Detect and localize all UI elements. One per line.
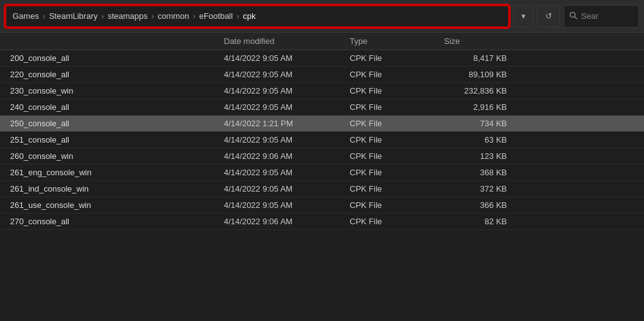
search-icon (569, 11, 577, 21)
file-date: 4/14/2022 9:06 AM (224, 151, 350, 161)
table-row[interactable]: 240_console_all4/14/2022 9:05 AMCPK File… (0, 99, 644, 116)
file-size: 63 KB (444, 135, 519, 144)
file-name: 261_eng_console_win (10, 168, 224, 177)
file-date: 4/14/2022 1:21 PM (224, 119, 350, 128)
header-size[interactable]: Size (444, 36, 519, 46)
file-name: 240_console_all (10, 102, 224, 112)
toolbar: Games › SteamLibrary › steamapps › commo… (0, 0, 644, 33)
file-type: CPK File (350, 217, 444, 226)
file-size: 2,916 KB (444, 102, 519, 112)
sep-4: › (193, 12, 196, 21)
file-name: 200_console_all (10, 53, 224, 63)
file-size: 232,836 KB (444, 86, 519, 95)
file-size: 8,417 KB (444, 53, 519, 63)
file-date: 4/14/2022 9:05 AM (224, 200, 350, 210)
sep-5: › (236, 12, 239, 21)
file-type: CPK File (350, 168, 444, 177)
breadcrumb-steamapps[interactable]: steamapps (108, 11, 148, 21)
table-row[interactable]: 261_eng_console_win4/14/2022 9:05 AMCPK … (0, 165, 644, 181)
search-box[interactable]: Sear (564, 5, 639, 28)
refresh-button[interactable]: ↺ (537, 5, 560, 28)
search-label: Sear (581, 11, 598, 21)
file-date: 4/14/2022 9:05 AM (224, 102, 350, 112)
file-name: 251_console_all (10, 135, 224, 144)
breadcrumb-cpk[interactable]: cpk (243, 11, 255, 21)
file-type: CPK File (350, 102, 444, 112)
file-size: 368 KB (444, 168, 519, 177)
file-size: 366 KB (444, 200, 519, 210)
svg-line-1 (575, 16, 577, 19)
file-date: 4/14/2022 9:05 AM (224, 184, 350, 193)
table-row[interactable]: 230_console_win4/14/2022 9:05 AMCPK File… (0, 83, 644, 99)
file-name: 250_console_all (10, 119, 224, 128)
file-size: 734 KB (444, 119, 519, 128)
file-date: 4/14/2022 9:05 AM (224, 135, 350, 144)
file-date: 4/14/2022 9:05 AM (224, 86, 350, 95)
breadcrumb-efootball[interactable]: eFootball (199, 11, 233, 21)
table-row[interactable]: 261_ind_console_win4/14/2022 9:05 AMCPK … (0, 181, 644, 197)
table-row[interactable]: 260_console_win4/14/2022 9:06 AMCPK File… (0, 148, 644, 165)
file-date: 4/14/2022 9:05 AM (224, 70, 350, 79)
file-type: CPK File (350, 200, 444, 210)
file-size: 372 KB (444, 184, 519, 193)
table-row[interactable]: 250_console_all4/14/2022 1:21 PMCPK File… (0, 116, 644, 132)
file-name: 261_ind_console_win (10, 184, 224, 193)
breadcrumb-container: Games › SteamLibrary › steamapps › commo… (5, 5, 509, 28)
file-name: 260_console_win (10, 151, 224, 161)
header-extra (519, 36, 644, 46)
breadcrumb-games[interactable]: Games (13, 11, 39, 21)
chevron-down-icon: ▾ (521, 11, 526, 21)
file-type: CPK File (350, 86, 444, 95)
file-name: 220_console_all (10, 70, 224, 79)
sep-3: › (152, 12, 154, 21)
file-type: CPK File (350, 151, 444, 161)
breadcrumb-bar[interactable]: Games › SteamLibrary › steamapps › commo… (5, 5, 509, 28)
file-type: CPK File (350, 135, 444, 144)
table-row[interactable]: 220_console_all4/14/2022 9:05 AMCPK File… (0, 67, 644, 83)
breadcrumb-dropdown-button[interactable]: ▾ (513, 5, 533, 28)
table-row[interactable]: 200_console_all4/14/2022 9:05 AMCPK File… (0, 50, 644, 67)
file-type: CPK File (350, 119, 444, 128)
breadcrumb-common[interactable]: common (158, 11, 189, 21)
file-list: 200_console_all4/14/2022 9:05 AMCPK File… (0, 50, 644, 316)
header-type[interactable]: Type (350, 36, 444, 46)
file-list-header: Date modified Type Size (0, 33, 644, 50)
file-type: CPK File (350, 53, 444, 63)
file-date: 4/14/2022 9:05 AM (224, 168, 350, 177)
file-name: 261_use_console_win (10, 200, 224, 210)
sep-1: › (43, 12, 45, 21)
file-type: CPK File (350, 70, 444, 79)
table-row[interactable]: 261_use_console_win4/14/2022 9:05 AMCPK … (0, 197, 644, 214)
file-name: 230_console_win (10, 86, 224, 95)
file-date: 4/14/2022 9:06 AM (224, 217, 350, 226)
file-name: 270_console_all (10, 217, 224, 226)
refresh-icon: ↺ (545, 11, 552, 21)
file-date: 4/14/2022 9:05 AM (224, 53, 350, 63)
file-size: 82 KB (444, 217, 519, 226)
header-date[interactable]: Date modified (224, 36, 350, 46)
table-row[interactable]: 251_console_all4/14/2022 9:05 AMCPK File… (0, 132, 644, 148)
breadcrumb-steamlibrary[interactable]: SteamLibrary (49, 11, 97, 21)
table-row[interactable]: 270_console_all4/14/2022 9:06 AMCPK File… (0, 214, 644, 230)
header-name (10, 36, 224, 46)
sep-2: › (101, 12, 104, 21)
file-size: 123 KB (444, 151, 519, 161)
file-size: 89,109 KB (444, 70, 519, 79)
file-type: CPK File (350, 184, 444, 193)
